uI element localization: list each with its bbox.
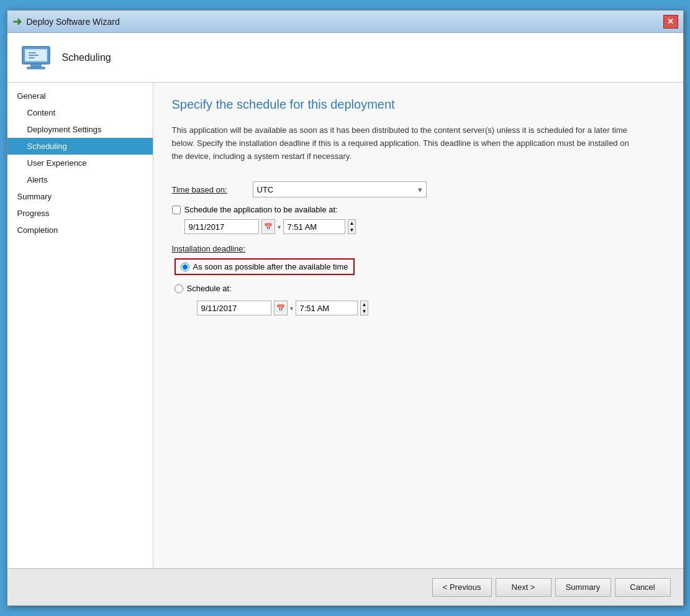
page-title: Specify the schedule for this deployment xyxy=(172,97,665,112)
title-bar-left: ➜ Deploy Software Wizard xyxy=(12,15,120,29)
main-content: Specify the schedule for this deployment… xyxy=(153,83,683,568)
sidebar-item-general[interactable]: General xyxy=(7,88,153,104)
radio-asap-highlight: As soon as possible after the available … xyxy=(175,258,355,275)
title-bar: ➜ Deploy Software Wizard ✕ xyxy=(7,11,683,33)
schedule-available-checkbox[interactable] xyxy=(172,206,181,214)
radio-schedule-input[interactable] xyxy=(175,284,183,293)
body-section: General Content Deployment Settings Sche… xyxy=(7,83,683,568)
nav-arrow-icon: ➜ xyxy=(12,15,22,29)
svg-rect-2 xyxy=(31,64,41,67)
available-time-spinners: ▲ ▼ xyxy=(348,219,356,234)
calendar-icon: 📅 xyxy=(264,223,273,231)
footer-section: < Previous Next > Summary Cancel xyxy=(7,568,683,605)
sidebar-item-progress[interactable]: Progress xyxy=(7,205,153,222)
radio-asap-label: As soon as possible after the available … xyxy=(193,262,348,271)
schedule-time-spin-down[interactable]: ▼ xyxy=(361,308,368,315)
next-button[interactable]: Next > xyxy=(496,578,552,597)
description-text: This application will be available as so… xyxy=(172,124,638,163)
dropdown-small-arrow-2: ▾ xyxy=(290,305,293,312)
available-date-field xyxy=(184,219,259,234)
available-time-input[interactable] xyxy=(288,222,328,232)
sidebar-item-alerts[interactable]: Alerts xyxy=(7,171,153,188)
installation-deadline-label: Installation deadline: xyxy=(172,244,246,253)
schedule-time-spinners: ▲ ▼ xyxy=(360,301,369,315)
sidebar-item-deployment-settings[interactable]: Deployment Settings xyxy=(7,121,153,138)
dropdown-small-arrow: ▾ xyxy=(278,224,281,230)
schedule-time-field xyxy=(296,301,358,315)
schedule-date-calendar-button[interactable]: 📅 xyxy=(274,301,288,315)
header-section: Scheduling xyxy=(7,33,683,83)
header-title: Scheduling xyxy=(62,52,111,63)
dropdown-arrow-icon: ▾ xyxy=(418,185,422,194)
time-based-on-row: Time based on: UTC ▾ xyxy=(172,181,665,197)
cancel-button[interactable]: Cancel xyxy=(615,578,671,597)
schedule-date-input[interactable] xyxy=(201,304,257,313)
schedule-available-row: Schedule the application to be available… xyxy=(172,205,665,214)
radio-schedule-label: Schedule at: xyxy=(187,284,232,293)
time-based-on-dropdown[interactable]: UTC ▾ xyxy=(253,181,427,197)
schedule-date-field xyxy=(197,301,271,315)
available-time-field xyxy=(283,219,345,234)
sidebar: General Content Deployment Settings Sche… xyxy=(7,83,153,568)
sidebar-item-user-experience[interactable]: User Experience xyxy=(7,155,153,171)
schedule-date-time-row: 📅 ▾ ▲ ▼ xyxy=(197,301,665,315)
scheduling-icon xyxy=(20,42,52,74)
sidebar-item-completion[interactable]: Completion xyxy=(7,222,153,238)
schedule-time-spin-up[interactable]: ▲ xyxy=(361,301,368,308)
radio-asap-container: As soon as possible after the available … xyxy=(175,258,665,275)
summary-button[interactable]: Summary xyxy=(555,578,611,597)
svg-rect-3 xyxy=(27,67,45,69)
previous-button[interactable]: < Previous xyxy=(432,578,492,597)
radio-schedule-row: Schedule at: xyxy=(175,281,665,296)
close-button[interactable]: ✕ xyxy=(663,15,678,29)
time-based-on-value: UTC xyxy=(257,185,274,194)
sidebar-item-summary[interactable]: Summary xyxy=(7,188,153,205)
schedule-available-label: Schedule the application to be available… xyxy=(184,205,338,214)
radio-asap-input[interactable] xyxy=(181,263,189,271)
window-title: Deploy Software Wizard xyxy=(27,17,120,27)
sidebar-item-scheduling[interactable]: Scheduling xyxy=(7,138,153,155)
sidebar-item-content[interactable]: Content xyxy=(7,104,153,121)
time-spin-down[interactable]: ▼ xyxy=(348,227,356,233)
available-date-input[interactable] xyxy=(189,222,245,232)
time-based-on-label: Time based on: xyxy=(172,185,247,194)
time-spin-up[interactable]: ▲ xyxy=(348,220,356,227)
calendar-icon-2: 📅 xyxy=(276,304,285,312)
schedule-time-input[interactable] xyxy=(300,304,340,313)
available-date-calendar-button[interactable]: 📅 xyxy=(261,219,275,234)
available-date-time-row: 📅 ▾ ▲ ▼ xyxy=(184,219,665,234)
